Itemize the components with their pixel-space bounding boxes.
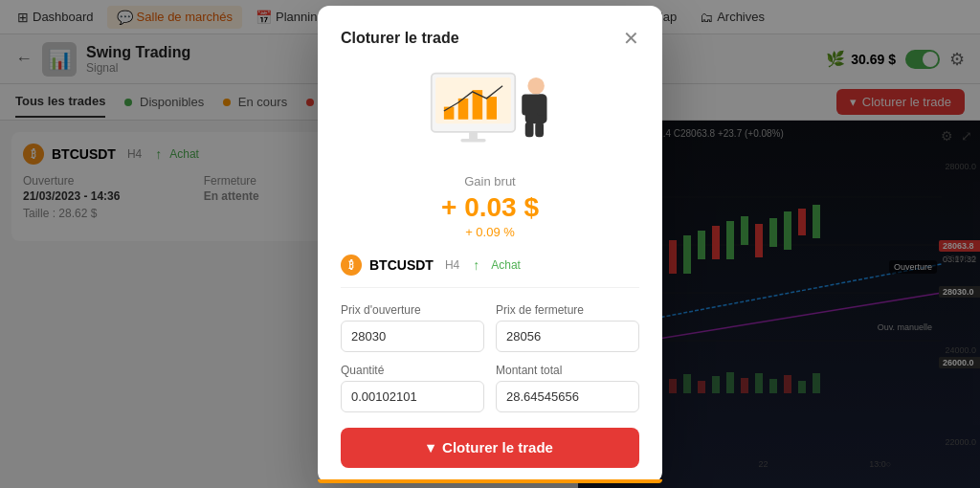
svg-rect-50	[525, 122, 534, 137]
modal-trend-icon: ↑	[473, 257, 479, 273]
prix-fermeture-input[interactable]	[496, 321, 639, 352]
montant-input[interactable]	[496, 381, 639, 412]
modal-btc-icon: ₿	[341, 255, 362, 276]
gain-percent: + 0.09 %	[341, 225, 639, 239]
modal-bottom-bar	[318, 479, 662, 483]
gain-amount: + 0.03 $	[341, 192, 639, 223]
quantite-group: Quantité	[341, 364, 484, 412]
modal-close-button[interactable]: ✕	[623, 29, 639, 48]
montant-group: Montant total	[496, 364, 639, 412]
svg-rect-48	[522, 94, 530, 115]
svg-rect-51	[535, 122, 544, 137]
svg-point-46	[527, 78, 545, 95]
modal-overlay: Cloturer le trade ✕	[0, 0, 980, 488]
modal-submit-button[interactable]: ▾ Cloturer le trade	[341, 428, 639, 468]
submit-chevron-icon: ▾	[427, 439, 434, 456]
prix-ouverture-label: Prix d'ouverture	[341, 303, 484, 317]
modal-header: Cloturer le trade ✕	[341, 29, 639, 48]
modal-fields: Prix d'ouverture Prix de fermeture Quant…	[341, 303, 639, 412]
prix-fermeture-group: Prix de fermeture	[496, 303, 639, 352]
montant-label: Montant total	[496, 364, 639, 377]
gain-label: Gain brut	[341, 174, 639, 189]
modal-submit-label: Cloturer le trade	[442, 439, 553, 455]
svg-rect-49	[537, 94, 546, 115]
quantite-label: Quantité	[341, 364, 484, 377]
modal-trade-pair: BTCUSDT	[369, 257, 434, 273]
modal-trade-info: ₿ BTCUSDT H4 ↑ Achat	[341, 255, 639, 288]
quantite-input[interactable]	[341, 381, 484, 412]
prix-fermeture-label: Prix de fermeture	[496, 303, 639, 317]
svg-rect-45	[460, 138, 485, 142]
modal-trade-tf: H4	[445, 258, 459, 272]
prix-ouverture-group: Prix d'ouverture	[341, 303, 484, 352]
modal-dialog: Cloturer le trade ✕	[318, 6, 662, 483]
modal-direction: Achat	[491, 258, 521, 272]
modal-title: Cloturer le trade	[341, 30, 459, 47]
modal-illustration	[341, 63, 639, 159]
gain-section: Gain brut + 0.03 $ + 0.09 %	[341, 174, 639, 239]
svg-rect-43	[487, 97, 498, 120]
prix-ouverture-input[interactable]	[341, 321, 484, 352]
illustration-svg	[423, 63, 557, 159]
